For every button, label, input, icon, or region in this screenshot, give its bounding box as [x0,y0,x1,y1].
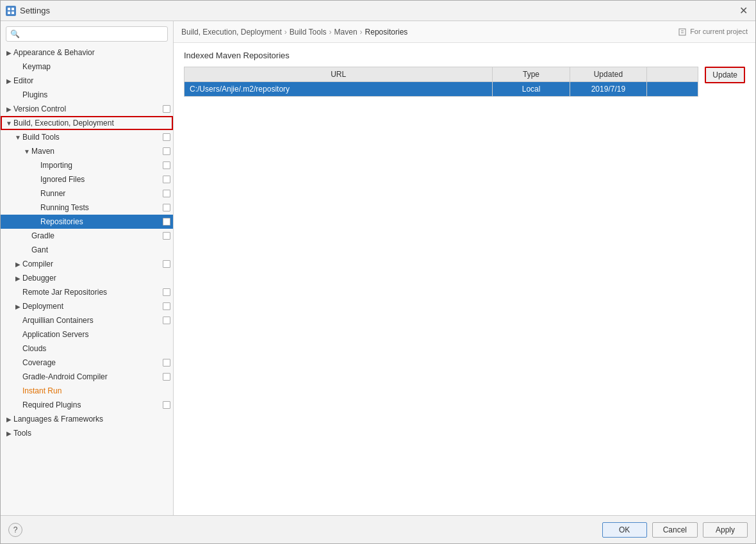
table-header: URL Type Updated [185,67,698,82]
breadcrumb-part-3: Maven [334,28,357,37]
svg-rect-4 [679,29,686,35]
svg-rect-3 [12,12,14,14]
settings-icon-deployment [163,302,170,310]
settings-icon-importing [163,161,170,169]
content-panel: Build, Execution, Deployment › Build Too… [174,21,755,515]
dialog-body: 🔍 ▶Appearance & BehaviorKeymap▶EditorPlu… [1,21,755,515]
app-icon [6,6,16,16]
close-button[interactable]: ✕ [737,6,750,16]
update-button[interactable]: Update [705,67,745,83]
sidebar-item-remote-jar[interactable]: Remote Jar Repositories [1,285,173,299]
tree-arrow-compiler: ▶ [13,261,22,268]
section-title: Indexed Maven Repositories [184,51,745,60]
tree-label-deployment: Deployment [22,302,163,311]
sidebar-item-importing[interactable]: Importing [1,158,173,172]
breadcrumb-sep-3: › [360,28,363,37]
sidebar-item-gradle[interactable]: Gradle [1,229,173,243]
breadcrumb-part-2: Build Tools [290,28,327,37]
tree-label-remote-jar: Remote Jar Repositories [22,288,163,297]
sidebar-item-runner[interactable]: Runner [1,186,173,201]
cell-url: C:/Users/Anjie/.m2/repository [185,82,493,97]
tree-label-gradle: Gradle [31,231,163,240]
tree-arrow-maven: ▼ [22,148,31,155]
sidebar-item-version-control[interactable]: ▶Version Control [1,102,173,116]
content-area: Indexed Maven Repositories URL Type Upda… [174,43,755,515]
tree-label-repositories: Repositories [40,217,163,226]
search-box: 🔍 [6,26,168,42]
apply-button[interactable]: Apply [703,522,748,538]
tree-label-ignored-files: Ignored Files [40,175,163,184]
col-updated: Updated [570,67,646,82]
sidebar-item-clouds[interactable]: Clouds [1,342,173,356]
svg-rect-1 [12,8,14,10]
tree-label-gant: Gant [31,245,170,254]
table-wrapper: URL Type Updated C:/Users/Anjie/.m2/repo… [184,67,745,97]
tree-container: ▶Appearance & BehaviorKeymap▶EditorPlugi… [1,45,173,440]
tree-arrow-languages: ▶ [4,416,13,423]
footer-bar: ? OK Cancel Apply [1,515,755,543]
sidebar-item-tools[interactable]: ▶Tools [1,426,173,440]
tree-label-compiler: Compiler [22,260,163,268]
tree-arrow-appearance: ▶ [4,49,13,56]
settings-icon-gradle-android [163,373,170,381]
settings-icon-version-control [163,105,170,113]
tree-arrow-version-control: ▶ [4,106,13,113]
tree-label-editor: Editor [13,76,170,85]
sidebar-item-build-execution[interactable]: ▼Build, Execution, Deployment [1,116,173,130]
tree-arrow-build-tools: ▼ [13,134,22,141]
ok-button[interactable]: OK [602,522,647,538]
sidebar-item-plugins[interactable]: Plugins [1,88,173,102]
repo-table: URL Type Updated C:/Users/Anjie/.m2/repo… [184,67,698,97]
tree-label-debugger: Debugger [22,274,170,283]
sidebar-item-editor[interactable]: ▶Editor [1,74,173,88]
tree-label-clouds: Clouds [22,344,170,353]
title-bar-left: Settings [6,6,50,16]
sidebar-item-arquillian[interactable]: Arquillian Containers [1,313,173,327]
sidebar-item-deployment[interactable]: ▶Deployment [1,299,173,313]
settings-icon-remote-jar [163,288,170,296]
settings-dialog: Settings ✕ 🔍 ▶Appearance & BehaviorKeyma… [0,0,756,544]
breadcrumb-sep-1: › [284,28,287,37]
tree-arrow-editor: ▶ [4,78,13,85]
settings-icon-build-tools [163,133,170,141]
col-url: URL [185,67,493,82]
tree-label-instant-run: Instant Run [22,386,170,395]
sidebar-item-coverage[interactable]: Coverage [1,356,173,370]
table-row[interactable]: C:/Users/Anjie/.m2/repository Local 2019… [185,82,698,97]
sidebar-item-keymap[interactable]: Keymap [1,60,173,74]
tree-label-app-servers: Application Servers [22,330,170,339]
sidebar-item-compiler[interactable]: ▶Compiler [1,257,173,271]
sidebar-item-required-plugins[interactable]: Required Plugins [1,398,173,412]
sidebar-item-app-servers[interactable]: Application Servers [1,327,173,342]
search-input[interactable] [22,29,163,38]
sidebar-item-instant-run[interactable]: Instant Run [1,384,173,398]
sidebar-item-repositories[interactable]: Repositories [1,215,173,229]
sidebar-item-build-tools[interactable]: ▼Build Tools [1,130,173,144]
sidebar-item-maven[interactable]: ▼Maven [1,144,173,158]
sidebar-item-ignored-files[interactable]: Ignored Files [1,172,173,186]
col-type: Type [493,67,570,82]
tree-label-required-plugins: Required Plugins [22,400,163,409]
tree-label-gradle-android: Gradle-Android Compiler [22,372,163,381]
sidebar: 🔍 ▶Appearance & BehaviorKeymap▶EditorPlu… [1,21,174,515]
sidebar-item-running-tests[interactable]: Running Tests [1,201,173,215]
sidebar-item-languages[interactable]: ▶Languages & Frameworks [1,412,173,426]
tree-arrow-debugger: ▶ [13,275,22,282]
breadcrumb-current: Repositories [365,28,408,37]
help-button[interactable]: ? [8,523,22,537]
sidebar-item-gradle-android[interactable]: Gradle-Android Compiler [1,370,173,384]
tree-label-keymap: Keymap [22,62,170,71]
svg-rect-0 [8,8,10,10]
settings-icon-runner [163,190,170,197]
settings-icon-repositories [163,218,170,226]
col-action [647,67,698,82]
sidebar-item-appearance[interactable]: ▶Appearance & Behavior [1,45,173,60]
settings-icon-running-tests [163,204,170,211]
sidebar-item-debugger[interactable]: ▶Debugger [1,271,173,285]
cancel-button[interactable]: Cancel [652,522,698,538]
tree-arrow-build-execution: ▼ [4,120,13,127]
tree-label-running-tests: Running Tests [40,203,163,212]
settings-icon-compiler [163,260,170,268]
sidebar-item-gant[interactable]: Gant [1,243,173,257]
dialog-title: Settings [20,6,50,15]
